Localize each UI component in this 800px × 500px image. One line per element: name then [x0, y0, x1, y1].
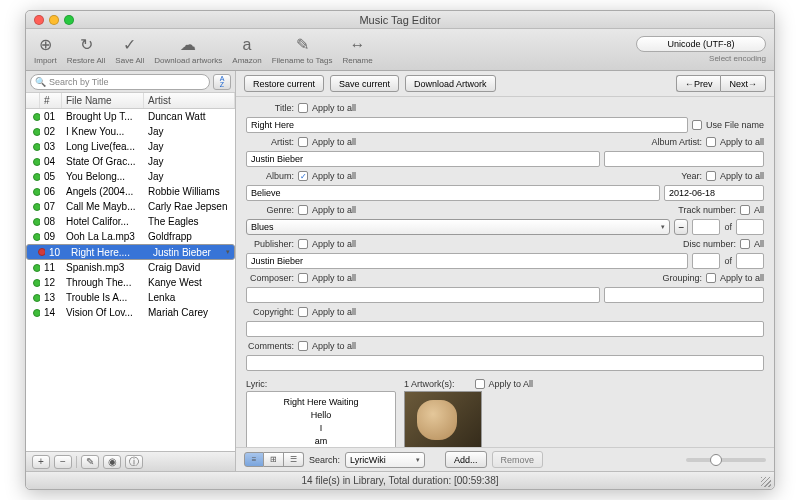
view-mode-3[interactable]: ☰	[284, 452, 304, 467]
composer-field[interactable]	[246, 287, 600, 303]
title-apply-checkbox[interactable]	[298, 103, 308, 113]
add-artwork-button[interactable]: Add...	[445, 451, 487, 468]
view-segment[interactable]: ≡ ⊞ ☰	[244, 452, 304, 467]
album-label: Album:	[246, 171, 294, 181]
table-row[interactable]: 02I Knew You...Jay	[26, 124, 235, 139]
track-apply-checkbox[interactable]	[740, 205, 750, 215]
track-label: Track number:	[678, 205, 736, 215]
use-filename-checkbox[interactable]	[692, 120, 702, 130]
search-label: Search:	[309, 455, 340, 465]
toolbar-restore-all[interactable]: ↻Restore All	[67, 35, 106, 65]
search-input[interactable]: Search by Title	[30, 74, 210, 90]
artist-apply-checkbox[interactable]	[298, 137, 308, 147]
status-dot	[33, 233, 40, 241]
restore-button[interactable]: Restore current	[244, 75, 324, 92]
resize-handle[interactable]	[761, 477, 771, 487]
album-artist-apply-checkbox[interactable]	[706, 137, 716, 147]
toolbar-download-artworks[interactable]: ☁Download artworks	[154, 35, 222, 65]
artist-field[interactable]	[246, 151, 600, 167]
table-row[interactable]: 01Brought Up T...Duncan Watt	[26, 109, 235, 124]
table-row[interactable]: 14Vision Of Lov...Mariah Carey	[26, 305, 235, 320]
window-title: Music Tag Editor	[26, 14, 774, 26]
table-row[interactable]: 12Through The...Kanye West	[26, 275, 235, 290]
comments-apply-checkbox[interactable]	[298, 341, 308, 351]
genre-clear-button[interactable]: −	[674, 219, 688, 235]
remove-button[interactable]: −	[54, 455, 72, 469]
year-apply-checkbox[interactable]	[706, 171, 716, 181]
album-artist-field[interactable]	[604, 151, 764, 167]
encoding-select[interactable]: Unicode (UTF-8)	[636, 36, 766, 52]
composer-apply-checkbox[interactable]	[298, 273, 308, 283]
album-apply-checkbox[interactable]	[298, 171, 308, 181]
next-button[interactable]: Next→	[720, 75, 766, 92]
toolbar-icon: ☁	[177, 35, 199, 55]
grouping-apply-checkbox[interactable]	[706, 273, 716, 283]
save-button[interactable]: Save current	[330, 75, 399, 92]
status-dot	[33, 218, 40, 226]
remove-artwork-button[interactable]: Remove	[492, 451, 544, 468]
toolbar-icon: ↻	[75, 35, 97, 55]
toolbar-filename-to-tags[interactable]: ✎Filename to Tags	[272, 35, 333, 65]
publisher-field[interactable]	[246, 253, 688, 269]
copyright-field[interactable]	[246, 321, 764, 337]
toolbar: ⊕Import↻Restore All✓Save All☁Download ar…	[26, 29, 774, 71]
info-button[interactable]: ⓘ	[125, 455, 143, 469]
toolbar-amazon[interactable]: aAmazon	[232, 35, 261, 65]
tag-editor: Restore current Save current Download Ar…	[236, 71, 774, 471]
track-total-field[interactable]	[736, 219, 764, 235]
table-row[interactable]: 09Ooh La La.mp3Goldfrapp	[26, 229, 235, 244]
disc-total-field[interactable]	[736, 253, 764, 269]
table-row[interactable]: 04State Of Grac...Jay	[26, 154, 235, 169]
table-row[interactable]: 08Hotel Califor...The Eagles	[26, 214, 235, 229]
encoding-hint: Select encoding	[709, 54, 766, 63]
artwork-apply-checkbox[interactable]	[475, 379, 485, 389]
lyric-source-select[interactable]: LyricWiki	[345, 452, 425, 468]
toolbar-rename[interactable]: ↔Rename	[342, 35, 372, 65]
title-field[interactable]	[246, 117, 688, 133]
lyric-label: Lyric:	[246, 379, 267, 389]
genre-apply-checkbox[interactable]	[298, 205, 308, 215]
comments-field[interactable]	[246, 355, 764, 371]
grouping-field[interactable]	[604, 287, 764, 303]
table-row[interactable]: 05You Belong...Jay	[26, 169, 235, 184]
zoom-slider[interactable]	[686, 458, 766, 462]
toolbar-icon: ↔	[347, 35, 369, 55]
toolbar-save-all[interactable]: ✓Save All	[115, 35, 144, 65]
table-row[interactable]: 13Trouble Is A...Lenka	[26, 290, 235, 305]
add-button[interactable]: +	[32, 455, 50, 469]
reveal-button[interactable]: ◉	[103, 455, 121, 469]
sidebar-footer: + − ✎ ◉ ⓘ	[26, 451, 235, 471]
sort-button[interactable]: AZ	[213, 74, 231, 90]
artwork-image[interactable]: BELIEVE	[404, 391, 482, 447]
title-label: Title:	[246, 103, 294, 113]
composer-label: Composer:	[246, 273, 294, 283]
lyric-textarea[interactable]: Right Here WaitingHelloIamhere	[246, 391, 396, 447]
table-row[interactable]: 10Right Here....Justin Bieber	[26, 244, 235, 260]
view-mode-2[interactable]: ⊞	[264, 452, 284, 467]
edit-button[interactable]: ✎	[81, 455, 99, 469]
table-row[interactable]: 07Call Me Mayb...Carly Rae Jepsen	[26, 199, 235, 214]
genre-label: Genre:	[246, 205, 294, 215]
table-header[interactable]: # File Name Artist	[26, 93, 235, 109]
toolbar-import[interactable]: ⊕Import	[34, 35, 57, 65]
table-row[interactable]: 06Angels (2004...Robbie Williams	[26, 184, 235, 199]
status-bar: 14 file(s) in Library, Total duration: […	[26, 471, 774, 489]
publisher-apply-checkbox[interactable]	[298, 239, 308, 249]
status-dot	[33, 158, 40, 166]
genre-select[interactable]: Blues	[246, 219, 670, 235]
album-field[interactable]	[246, 185, 660, 201]
year-field[interactable]	[664, 185, 764, 201]
table-row[interactable]: 11Spanish.mp3Craig David	[26, 260, 235, 275]
status-dot	[38, 248, 45, 256]
download-artwork-button[interactable]: Download Artwork	[405, 75, 496, 92]
prev-button[interactable]: ←Prev	[676, 75, 721, 92]
disc-num-field[interactable]	[692, 253, 720, 269]
track-num-field[interactable]	[692, 219, 720, 235]
disc-apply-checkbox[interactable]	[740, 239, 750, 249]
toolbar-icon: ⊕	[34, 35, 56, 55]
status-dot	[33, 173, 40, 181]
view-mode-1[interactable]: ≡	[244, 452, 264, 467]
table-row[interactable]: 03Long Live(fea...Jay	[26, 139, 235, 154]
comments-label: Comments:	[246, 341, 294, 351]
copyright-apply-checkbox[interactable]	[298, 307, 308, 317]
